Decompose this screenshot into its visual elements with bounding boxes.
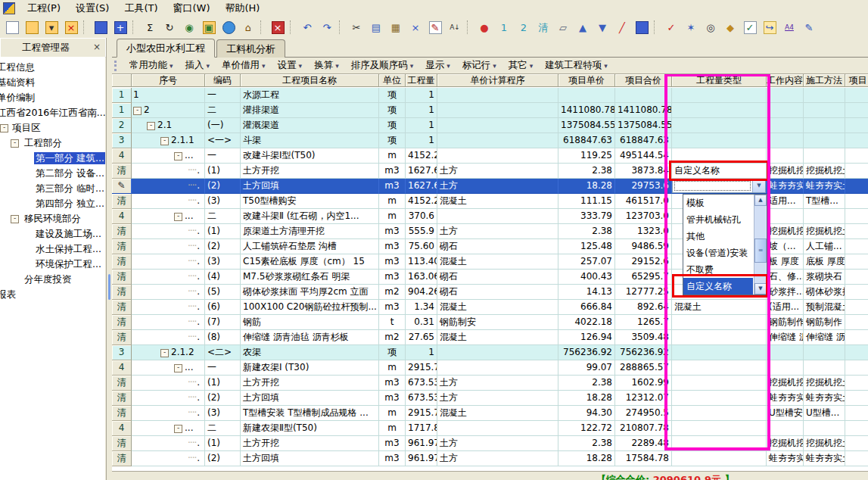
- cell-method[interactable]: 挖掘机挖土: [804, 164, 845, 179]
- cell-extra[interactable]: [845, 315, 868, 330]
- sort-az-icon[interactable]: A↓: [446, 19, 464, 36]
- dropdown-option[interactable]: 其他: [683, 228, 753, 245]
- scroll-up-icon[interactable]: ▲: [754, 195, 767, 206]
- cell-price[interactable]: 125.48: [558, 239, 615, 254]
- cell-total[interactable]: 1375084.55: [615, 118, 672, 133]
- combobox-field[interactable]: [674, 181, 751, 191]
- cell-seq[interactable]: -2: [132, 103, 205, 118]
- menu-item[interactable]: 工具(T): [117, 0, 165, 17]
- cell-extra[interactable]: [845, 451, 868, 466]
- column-header-method[interactable]: 施工方法: [804, 74, 845, 87]
- column-header-name[interactable]: 工程项目名称: [241, 74, 379, 87]
- level-2-icon[interactable]: 2: [515, 19, 533, 36]
- cell-code[interactable]: (1): [205, 164, 241, 179]
- cell-calc[interactable]: 混凝土: [437, 300, 558, 315]
- cell-method[interactable]: 蛙夯夯实土: [804, 179, 845, 194]
- cell-extra[interactable]: [845, 118, 868, 133]
- dropdown-option[interactable]: 不取费: [683, 261, 753, 278]
- cell-code[interactable]: (2): [205, 451, 241, 466]
- cell-marker[interactable]: 清: [112, 224, 132, 239]
- cell-method[interactable]: [804, 103, 845, 118]
- cell-marker[interactable]: 清: [112, 194, 132, 209]
- refresh-icon[interactable]: ↻: [160, 19, 179, 36]
- cell-method[interactable]: [804, 421, 845, 436]
- scrollbar-thumb[interactable]: ≡: [754, 238, 767, 263]
- cell-unit[interactable]: m: [379, 194, 406, 209]
- replace-pen-icon[interactable]: ◆: [721, 19, 739, 36]
- cell-name[interactable]: T型槽安装 T型槽制成品规格 ...: [241, 406, 379, 421]
- tree-item[interactable]: 建设及施工场...: [0, 226, 105, 242]
- tree-item[interactable]: -移民环境部分: [0, 211, 105, 226]
- cell-seq[interactable]: -...: [132, 421, 205, 436]
- tree-item[interactable]: 单价编制: [0, 90, 105, 105]
- cell-extra[interactable]: [845, 179, 868, 194]
- cell-code[interactable]: (一): [205, 118, 241, 133]
- cell-price[interactable]: 111.15: [558, 194, 615, 209]
- cell-price[interactable]: 2.38: [558, 436, 615, 451]
- cell-calc[interactable]: [437, 118, 558, 133]
- cell-total[interactable]: 1265.7: [615, 315, 672, 330]
- cell-code[interactable]: (5): [205, 285, 241, 300]
- cell-qtype[interactable]: [672, 376, 767, 391]
- cell-seq[interactable]: ····.: [132, 164, 205, 179]
- cell-seq[interactable]: -2.1.1: [132, 133, 205, 148]
- cell-work[interactable]: 伸缩缝 沥: [767, 330, 804, 345]
- cell-unit[interactable]: m: [379, 360, 406, 376]
- cell-price[interactable]: 1411080.78: [558, 103, 615, 118]
- cell-total[interactable]: 123703.0: [615, 209, 672, 224]
- clear-rows-icon[interactable]: 清: [534, 19, 552, 36]
- new-folder-arrow-icon[interactable]: ▾: [42, 19, 61, 36]
- cell-qty[interactable]: 75.60: [406, 239, 437, 254]
- cell-calc[interactable]: 砌石: [437, 270, 558, 285]
- row-collapse-icon[interactable]: -: [174, 152, 182, 161]
- cell-price[interactable]: 126.94: [558, 330, 615, 345]
- cell-name[interactable]: 土方开挖: [241, 436, 379, 451]
- cell-unit[interactable]: m: [379, 148, 406, 164]
- cell-work[interactable]: [767, 360, 804, 376]
- cell-total[interactable]: 274950.5: [615, 406, 672, 421]
- cell-qtype[interactable]: 混凝土: [672, 300, 767, 315]
- cell-calc[interactable]: [437, 209, 558, 224]
- cell-name[interactable]: 改建斗渠I型(T50): [241, 148, 379, 164]
- cell-method[interactable]: 挖掘机挖土: [804, 224, 845, 239]
- cell-seq[interactable]: 1: [132, 88, 205, 103]
- cell-calc[interactable]: 混凝土: [437, 254, 558, 270]
- cell-name[interactable]: 农渠: [241, 345, 379, 360]
- column-header-calc[interactable]: 单价计算程序: [437, 74, 558, 87]
- cell-marker[interactable]: 清: [112, 239, 132, 254]
- cell-qty[interactable]: 1: [406, 88, 437, 103]
- cell-work[interactable]: [767, 421, 804, 436]
- cell-extra[interactable]: [845, 270, 868, 285]
- cell-work[interactable]: 石、修...: [767, 270, 804, 285]
- cell-qtype[interactable]: [672, 391, 767, 406]
- cell-method[interactable]: 蛙夯夯实土: [804, 451, 845, 466]
- cell-calc[interactable]: 砌石: [437, 285, 558, 300]
- cell-marker[interactable]: 清: [112, 285, 132, 300]
- cell-qty[interactable]: 2915.7: [406, 360, 437, 376]
- tree-expand-icon[interactable]: -: [11, 215, 19, 223]
- row-collapse-icon[interactable]: -: [174, 364, 182, 372]
- cell-work[interactable]: 挖掘机挖土: [767, 436, 804, 451]
- cell-marker[interactable]: 清: [112, 406, 132, 421]
- row-collapse-icon[interactable]: -: [174, 425, 182, 433]
- cell-code[interactable]: (2): [205, 391, 241, 406]
- cell-method[interactable]: [804, 88, 845, 103]
- cell-unit[interactable]: 项: [379, 118, 406, 133]
- cell-extra[interactable]: [845, 133, 868, 148]
- close-window-icon[interactable]: ×: [269, 19, 287, 36]
- cell-qty[interactable]: 2915.7: [406, 406, 437, 421]
- pages-icon[interactable]: ▱: [554, 19, 572, 36]
- cell-work[interactable]: 钢筋制作: [767, 315, 804, 330]
- cell-qtype[interactable]: [672, 133, 767, 148]
- cell-code[interactable]: 二: [205, 421, 241, 436]
- cell-qtype[interactable]: 自定义名称: [672, 164, 767, 179]
- cell-seq[interactable]: ····.: [132, 224, 205, 239]
- cell-total[interactable]: 1602.99: [615, 376, 672, 391]
- cell-calc[interactable]: [437, 421, 558, 436]
- cell-work[interactable]: 砂浆拌...: [767, 285, 804, 300]
- cell-qty[interactable]: 4152.2: [406, 194, 437, 209]
- cell-work[interactable]: [767, 103, 804, 118]
- cell-unit[interactable]: m: [379, 406, 406, 421]
- tree-item[interactable]: -工程部分: [0, 136, 105, 151]
- column-header-extra[interactable]: 项目: [845, 74, 868, 87]
